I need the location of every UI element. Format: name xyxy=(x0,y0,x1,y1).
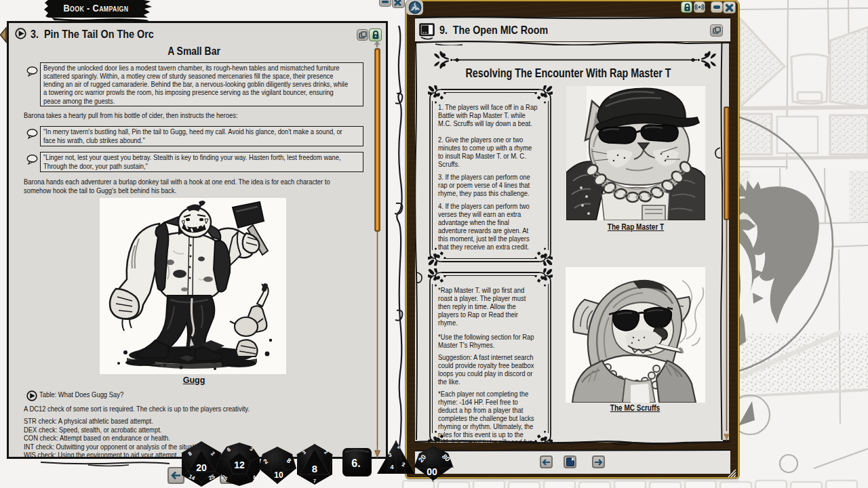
svg-text:20: 20 xyxy=(196,462,207,473)
svg-text:00: 00 xyxy=(427,466,437,477)
svg-text:8: 8 xyxy=(312,463,317,474)
svg-text:12: 12 xyxy=(234,460,245,470)
svg-text:7: 7 xyxy=(313,479,316,483)
svg-text:4: 4 xyxy=(390,464,393,470)
svg-text:6.: 6. xyxy=(351,458,360,469)
svg-text:10: 10 xyxy=(274,470,283,480)
